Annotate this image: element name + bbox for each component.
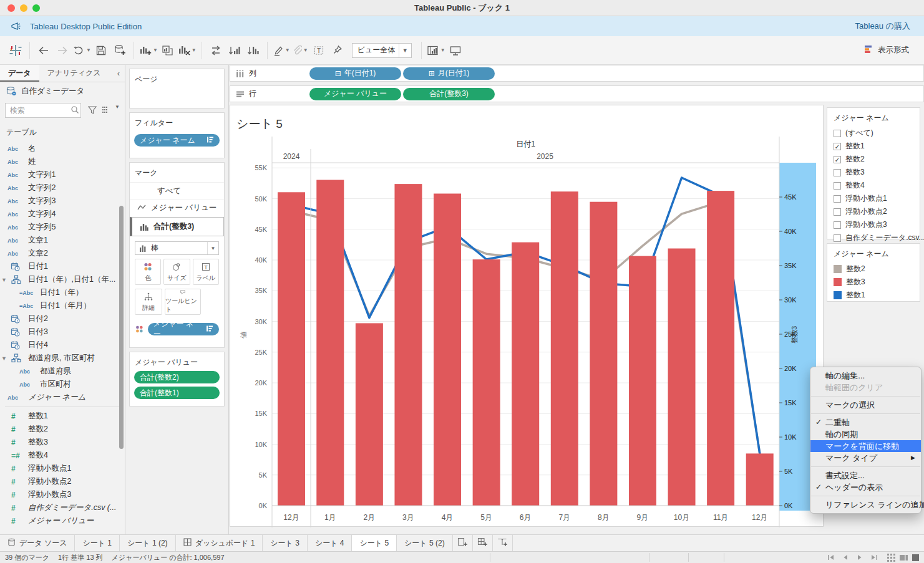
search-input[interactable] xyxy=(5,103,81,118)
bar-整数3-2025-05[interactable] xyxy=(473,259,500,506)
pill-month-date1[interactable]: ⊞月(日付1) xyxy=(403,67,495,80)
checkbox-icon[interactable] xyxy=(834,195,841,203)
label-button[interactable]: T ラベル xyxy=(193,259,219,285)
pill-sum-int2[interactable]: 合計(整数2) xyxy=(134,371,220,383)
menu-item-マークを背面に移動[interactable]: マークを背面に移動 xyxy=(810,440,921,452)
field-整数2[interactable]: #整数2 xyxy=(0,423,125,436)
filter-item-浮動小数点1[interactable]: 浮動小数点1 xyxy=(827,192,920,205)
filter-fields-icon[interactable] xyxy=(87,105,97,115)
mark-type-dropdown[interactable]: 棒 ▼ xyxy=(135,241,219,255)
pill-sum-int1[interactable]: 合計(整数1) xyxy=(134,387,220,399)
duplicate-button[interactable] xyxy=(159,41,177,60)
clear-sheet-button[interactable]: ▼ xyxy=(178,41,197,60)
menu-item-リファレンス ラインの追加[interactable]: リファレンス ラインの追加 xyxy=(810,499,921,511)
bar-整数3-2025-01[interactable] xyxy=(316,180,344,506)
checkbox-checked-icon[interactable]: ✓ xyxy=(834,156,841,163)
bar-整数3-2025-12[interactable] xyxy=(746,453,774,506)
pill-measure-values[interactable]: メジャー バリュー xyxy=(309,88,401,100)
size-button[interactable]: サイズ xyxy=(163,259,190,285)
columns-shelf[interactable]: 列 ⊟年(日付1) ⊞月(日付1) xyxy=(230,65,924,82)
filmstrip-view-icon[interactable] xyxy=(900,554,908,562)
field-自作ダミーデータ.csv (...[interactable]: #自作ダミーデータ.csv (... xyxy=(0,501,125,514)
text-label-button[interactable]: T xyxy=(310,41,328,60)
sheet-tab-シート 4[interactable]: シート 4 xyxy=(308,535,353,551)
legend-item-整数1[interactable]: 整数1 xyxy=(827,289,920,302)
highlight-button[interactable]: ▼ xyxy=(273,41,290,60)
field-市区町村[interactable]: Abc市区町村 xyxy=(0,378,125,391)
field-文字列2[interactable]: Abc文字列2 xyxy=(0,181,125,195)
filter-item-整数1[interactable]: ✓整数1 xyxy=(827,140,920,153)
checkbox-icon[interactable] xyxy=(834,169,841,176)
chevron-down-icon[interactable]: ▼ xyxy=(1,355,7,362)
bar-整数3-2025-06[interactable] xyxy=(512,243,539,506)
field-浮動小数点1[interactable]: #浮動小数点1 xyxy=(0,462,125,475)
menu-item-二重軸[interactable]: ✓二重軸 xyxy=(810,416,921,428)
marks-tab-all[interactable]: すべて xyxy=(130,182,224,199)
collapse-pane-icon[interactable]: ‹ xyxy=(112,65,125,82)
field-日付1[interactable]: 日付1 xyxy=(0,260,125,273)
sheet-tab-シート 5 (2)[interactable]: シート 5 (2) xyxy=(397,535,453,551)
filter-item-浮動小数点3[interactable]: 浮動小数点3 xyxy=(827,218,920,231)
new-story-button[interactable] xyxy=(493,535,513,551)
bar-整数3-2025-04[interactable] xyxy=(434,194,461,506)
detail-button[interactable]: 詳細 xyxy=(135,289,162,315)
field-文字列5[interactable]: Abc文字列5 xyxy=(0,221,125,234)
zoom-button[interactable] xyxy=(32,4,40,12)
menu-item-マーク タイプ[interactable]: マーク タイプ▶ xyxy=(810,452,921,464)
prev-page-icon[interactable] xyxy=(842,554,849,561)
field-日付1（年）,日付1（年...[interactable]: ▼日付1（年）,日付1（年... xyxy=(0,273,125,286)
legend-item-整数2[interactable]: 整数2 xyxy=(827,262,920,276)
field-都道府県, 市区町村[interactable]: ▼都道府県, 市区町村 xyxy=(0,352,125,365)
view-options-icon[interactable] xyxy=(102,105,112,115)
pill-year-date1[interactable]: ⊟年(日付1) xyxy=(309,67,401,80)
sheet-tab-シート 3[interactable]: シート 3 xyxy=(263,535,308,551)
menu-item-ヘッダーの表示[interactable]: ✓ヘッダーの表示 xyxy=(810,481,921,493)
new-dashboard-button[interactable] xyxy=(473,535,493,551)
field-姓[interactable]: Abc姓 xyxy=(0,155,125,168)
last-page-icon[interactable] xyxy=(870,554,878,561)
checkbox-checked-icon[interactable]: ✓ xyxy=(834,143,841,150)
filter-item-(すべて)[interactable]: (すべて) xyxy=(827,127,920,140)
marks-tab-measure-values[interactable]: メジャー バリュー xyxy=(130,199,224,216)
sheet-tab-シート 5[interactable]: シート 5 xyxy=(352,535,397,551)
field-文字列1[interactable]: Abc文字列1 xyxy=(0,168,125,181)
filter-item-浮動小数点2[interactable]: 浮動小数点2 xyxy=(827,205,920,218)
chevron-down-icon[interactable]: ▼ xyxy=(1,277,7,283)
redo-button[interactable] xyxy=(54,41,71,60)
format-button[interactable]: 表示形式 xyxy=(878,45,909,55)
sheet-tab-ダッシュボード 1[interactable]: ダッシュボード 1 xyxy=(176,535,263,551)
fields-scrollbar[interactable] xyxy=(119,206,124,449)
filter-pill-measure-names[interactable]: メジャー ネーム xyxy=(134,134,220,147)
new-datasource-button[interactable] xyxy=(111,41,129,60)
field-整数1[interactable]: #整数1 xyxy=(0,410,125,423)
first-page-icon[interactable] xyxy=(827,554,835,561)
right-axis-title[interactable]: 整数3 xyxy=(790,326,798,344)
menu-item-軸の編集...[interactable]: 軸の編集... xyxy=(810,370,921,382)
tooltip-button[interactable]: ツールヒント xyxy=(165,289,201,315)
filters-shelf[interactable]: フィルター メジャー ネーム xyxy=(129,112,225,158)
bar-整数3-2025-02[interactable] xyxy=(356,323,383,506)
replay-button[interactable]: ▼ xyxy=(72,41,91,60)
bar-整数3-2025-11[interactable] xyxy=(707,191,734,506)
filter-item-整数2[interactable]: ✓整数2 xyxy=(827,153,920,166)
field-名[interactable]: Abc名 xyxy=(0,142,125,155)
close-button[interactable] xyxy=(7,4,15,12)
attach-button[interactable]: ▼ xyxy=(291,41,309,60)
field-文章1[interactable]: Abc文章1 xyxy=(0,234,125,247)
pin-button[interactable] xyxy=(329,41,346,60)
sheet-sorter-view-icon[interactable] xyxy=(887,554,895,562)
dual-axis-chart[interactable]: 0K5K10K15K20K25K30K35K40K45K50K55K0K5K10… xyxy=(230,105,824,527)
checkbox-icon[interactable] xyxy=(834,234,841,242)
marks-tab-sum-int3[interactable]: 合計(整数3) xyxy=(130,217,224,236)
checkbox-icon[interactable] xyxy=(834,221,841,229)
field-日付3[interactable]: 日付3 xyxy=(0,325,125,339)
field-整数3[interactable]: #整数3 xyxy=(0,436,125,449)
field-浮動小数点2[interactable]: #浮動小数点2 xyxy=(0,475,125,488)
bar-整数3-2025-07[interactable] xyxy=(551,191,578,506)
pill-sum-int3[interactable]: 合計(整数3) xyxy=(403,88,495,100)
filter-item-整数3[interactable]: 整数3 xyxy=(827,166,920,179)
legend-item-整数3[interactable]: 整数3 xyxy=(827,276,920,289)
field-日付1（年月）[interactable]: =Abc日付1（年月） xyxy=(0,299,125,312)
bar-整数3-2025-03[interactable] xyxy=(394,184,422,506)
menu-item-書式設定...[interactable]: 書式設定... xyxy=(810,469,921,481)
